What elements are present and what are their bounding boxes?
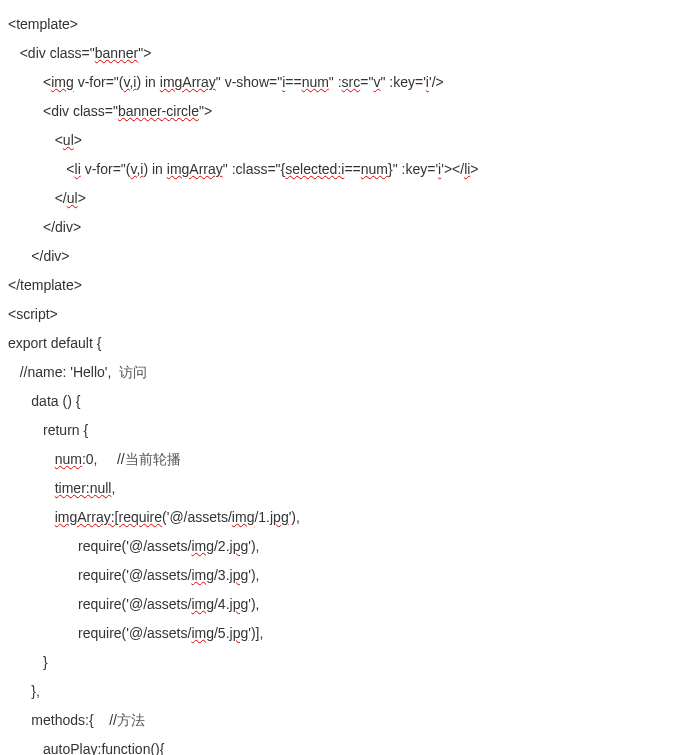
code-line: export default { bbox=[8, 329, 678, 358]
code-line: num:0, //当前轮播 bbox=[8, 445, 678, 474]
code-line: </div> bbox=[8, 213, 678, 242]
code-line: return { bbox=[8, 416, 678, 445]
code-line: <li v-for="(v,i) in imgArray" :class="{s… bbox=[8, 155, 678, 184]
code-line: autoPlay:function(){ bbox=[8, 735, 678, 755]
code-line: <div class="banner-circle"> bbox=[8, 97, 678, 126]
code-line: <img v-for="(v,i) in imgArray" v-show="i… bbox=[8, 68, 678, 97]
code-line: require('@/assets/img/5.jpg')], bbox=[8, 619, 678, 648]
code-line: }, bbox=[8, 677, 678, 706]
code-line: <template> bbox=[8, 10, 678, 39]
code-line: <script> bbox=[8, 300, 678, 329]
code-block: <template> <div class="banner"> <img v-f… bbox=[8, 10, 678, 755]
code-line: require('@/assets/img/4.jpg'), bbox=[8, 590, 678, 619]
code-line: <div class="banner"> bbox=[8, 39, 678, 68]
code-line: timer:null, bbox=[8, 474, 678, 503]
code-line: </ul> bbox=[8, 184, 678, 213]
code-line: </template> bbox=[8, 271, 678, 300]
code-line: data () { bbox=[8, 387, 678, 416]
code-line: } bbox=[8, 648, 678, 677]
code-line: <ul> bbox=[8, 126, 678, 155]
code-line: require('@/assets/img/2.jpg'), bbox=[8, 532, 678, 561]
code-line: //name: 'Hello', 访问 bbox=[8, 358, 678, 387]
code-line: methods:{ //方法 bbox=[8, 706, 678, 735]
code-line: imgArray:[require('@/assets/img/1.jpg'), bbox=[8, 503, 678, 532]
code-line: </div> bbox=[8, 242, 678, 271]
code-line: require('@/assets/img/3.jpg'), bbox=[8, 561, 678, 590]
